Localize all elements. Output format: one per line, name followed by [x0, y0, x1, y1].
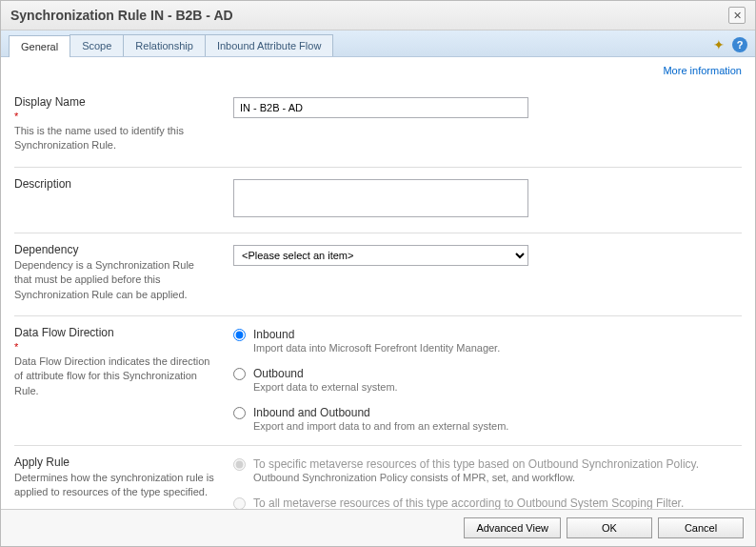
radio-all-input	[233, 497, 246, 509]
description-input[interactable]	[233, 179, 528, 217]
apply-rule-desc: Determines how the synchronization rule …	[14, 472, 214, 497]
radio-both[interactable]: Inbound and Outbound Export and import d…	[233, 406, 742, 432]
titlebar: Synchronization Rule IN - B2B - AD ✕	[1, 1, 755, 30]
field-apply-rule: Apply Rule Determines how the synchroniz…	[14, 446, 742, 509]
radio-specific-label: To specific metaverse resources of this …	[253, 457, 699, 471]
content-panel: More information Display Name * This is …	[1, 57, 755, 509]
close-icon: ✕	[733, 10, 742, 22]
required-marker: *	[14, 111, 214, 122]
description-label: Description	[14, 177, 214, 191]
tabbar: General Scope Relationship Inbound Attri…	[1, 30, 755, 57]
radio-inbound-label: Inbound	[253, 328, 500, 341]
dependency-label: Dependency	[14, 243, 214, 256]
radio-specific-resources: To specific metaverse resources of this …	[233, 457, 742, 483]
radio-specific-input	[233, 458, 246, 471]
tab-relationship[interactable]: Relationship	[123, 34, 206, 56]
radio-all-label: To all metaverse resources of this type …	[253, 496, 684, 509]
close-button[interactable]: ✕	[728, 7, 746, 24]
advanced-view-button[interactable]: Advanced View	[464, 517, 561, 538]
radio-inbound[interactable]: Inbound Import data into Microsoft Foref…	[233, 328, 742, 354]
dialog-title: Synchronization Rule IN - B2B - AD	[10, 8, 233, 23]
radio-both-label: Inbound and Outbound	[253, 406, 508, 419]
radio-specific-desc: Outbound Synchronization Policy consists…	[253, 472, 699, 483]
tabbar-actions: ✦ ?	[711, 37, 747, 56]
field-flow-direction: Data Flow Direction * Data Flow Directio…	[14, 316, 742, 446]
more-information-link[interactable]: More information	[663, 65, 742, 76]
field-description: Description	[14, 168, 742, 233]
footer: Advanced View OK Cancel	[1, 509, 755, 546]
radio-outbound[interactable]: Outbound Export data to external system.	[233, 367, 742, 393]
field-display-name: Display Name * This is the name used to …	[14, 86, 742, 168]
apply-rule-label: Apply Rule	[14, 456, 214, 469]
radio-all-resources: To all metaverse resources of this type …	[233, 496, 742, 509]
tab-general[interactable]: General	[9, 35, 70, 57]
more-info-row: More information	[14, 63, 742, 86]
radio-outbound-label: Outbound	[253, 367, 398, 380]
help-icon[interactable]: ?	[732, 37, 747, 52]
new-icon[interactable]: ✦	[711, 37, 726, 52]
tab-inbound-attribute-flow[interactable]: Inbound Attribute Flow	[205, 34, 333, 56]
radio-inbound-desc: Import data into Microsoft Forefront Ide…	[253, 342, 500, 354]
flow-direction-desc: Data Flow Direction indicates the direct…	[14, 355, 209, 396]
radio-both-input[interactable]	[233, 407, 246, 419]
radio-outbound-desc: Export data to external system.	[253, 381, 398, 393]
display-name-desc: This is the name used to identify this S…	[14, 125, 184, 151]
dependency-desc: Dependency is a Synchronization Rule tha…	[14, 259, 194, 300]
cancel-button[interactable]: Cancel	[658, 517, 744, 538]
required-marker: *	[14, 341, 214, 353]
radio-outbound-input[interactable]	[233, 368, 246, 380]
radio-both-desc: Export and import data to and from an ex…	[253, 420, 508, 432]
tab-scope[interactable]: Scope	[70, 34, 124, 56]
ok-button[interactable]: OK	[567, 517, 652, 538]
field-dependency: Dependency Dependency is a Synchronizati…	[14, 233, 742, 316]
display-name-input[interactable]	[233, 97, 528, 118]
sync-rule-dialog: Synchronization Rule IN - B2B - AD ✕ Gen…	[0, 0, 756, 547]
display-name-label: Display Name	[14, 95, 214, 109]
dependency-select[interactable]: <Please select an item>	[233, 245, 528, 266]
flow-direction-label: Data Flow Direction	[14, 326, 214, 339]
radio-inbound-input[interactable]	[233, 329, 246, 341]
